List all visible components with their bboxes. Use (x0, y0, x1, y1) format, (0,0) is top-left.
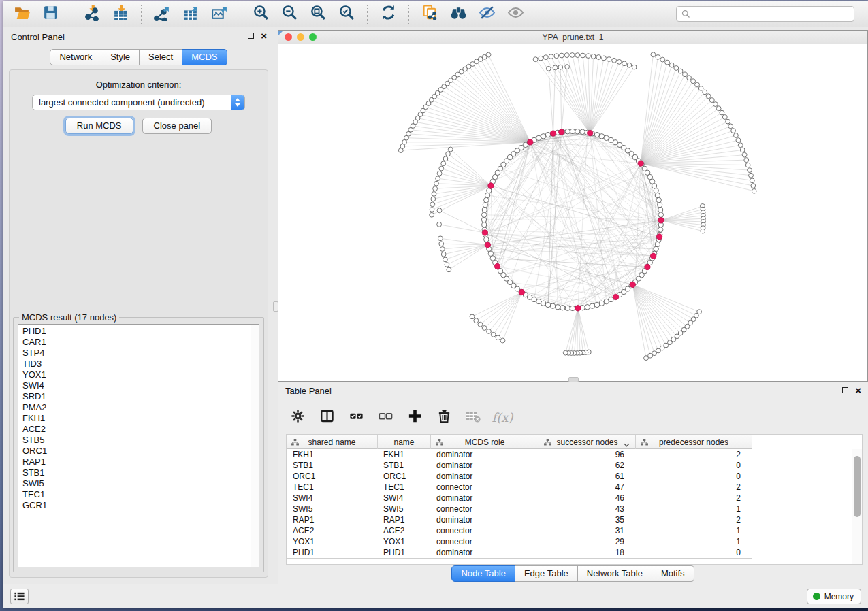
criterion-dropdown[interactable]: largest connected component (undirected) (32, 95, 245, 110)
mcds-result-node[interactable]: TEC1 (18, 489, 259, 500)
mcds-result-node[interactable]: ORC1 (18, 446, 259, 457)
horizontal-splitter-handle[interactable] (568, 377, 579, 382)
zoom-fit-button[interactable] (307, 4, 329, 24)
mcds-result-list[interactable]: PHD1CAR1STP4TID3YOX1SWI4SRD1PMA2FKH1ACE2… (18, 324, 259, 567)
table-cell: 0 (635, 460, 752, 471)
table-cell: 62 (539, 460, 635, 471)
save-session-button[interactable] (39, 4, 61, 24)
column-header-successor-nodes[interactable]: successor nodes (539, 435, 635, 449)
mcds-result-node[interactable]: RAP1 (18, 457, 259, 467)
network-canvas[interactable] (278, 44, 867, 381)
import-network-button[interactable] (81, 4, 103, 24)
apply-layout-button[interactable] (377, 4, 399, 24)
mcds-result-node[interactable]: YOX1 (18, 369, 259, 380)
mcds-result-node[interactable]: GCR1 (18, 500, 259, 511)
mcds-result-node[interactable]: PHD1 (18, 326, 259, 337)
column-header-shared-name[interactable]: shared name (287, 435, 377, 449)
close-panel-button[interactable]: Close panel (142, 118, 212, 134)
table-cell: PHD1 (287, 547, 377, 558)
table-row[interactable]: STB1STB1dominator620 (287, 460, 852, 471)
table-row[interactable]: PHD1PHD1dominator180 (287, 547, 852, 558)
zoom-in-button[interactable] (250, 4, 272, 24)
application-window: Control Panel × NetworkStyleSelectMCDS O… (3, 1, 868, 608)
float-table-panel-icon[interactable] (842, 387, 848, 393)
table-cell: SWI5 (287, 503, 377, 514)
float-panel-icon[interactable] (248, 33, 254, 39)
search-icon (681, 9, 691, 19)
mcds-result-node[interactable]: SWI5 (18, 478, 259, 489)
tab-select[interactable]: Select (140, 49, 182, 65)
column-header-name[interactable]: name (377, 435, 430, 449)
close-panel-icon[interactable]: × (261, 32, 267, 39)
table-cell: YOX1 (377, 536, 430, 547)
mcds-result-node[interactable]: TID3 (18, 359, 259, 369)
table-cell: dominator (430, 449, 539, 460)
column-layout-button[interactable] (315, 406, 338, 428)
mcds-result-node[interactable]: PMA2 (18, 402, 259, 413)
delete-column-button[interactable] (432, 406, 455, 428)
table-cell: 2 (635, 482, 752, 493)
result-list-scrollbar[interactable] (251, 325, 259, 567)
tab-motifs[interactable]: Motifs (652, 565, 694, 582)
copy-network-button[interactable] (419, 4, 440, 24)
column-header-label: successor nodes (556, 437, 617, 447)
hide-selected-button[interactable] (476, 4, 498, 24)
mcds-result-node[interactable]: STB1 (18, 467, 259, 478)
task-history-button[interactable] (10, 589, 29, 604)
table-row[interactable]: ACE2ACE2connector311 (287, 525, 852, 536)
open-session-button[interactable] (11, 4, 33, 24)
table-row[interactable]: TEC1TEC1connector472 (287, 482, 852, 493)
zoom-out-button[interactable] (278, 4, 300, 24)
table-row[interactable]: ORC1ORC1dominator610 (287, 471, 852, 482)
tab-network-table[interactable]: Network Table (578, 565, 652, 582)
table-cell: connector (430, 536, 539, 547)
add-column-button[interactable] (403, 406, 426, 428)
sort-descending-icon (624, 440, 630, 449)
select-all-button[interactable] (344, 406, 368, 428)
export-network-button[interactable] (151, 4, 173, 24)
first-neighbors-button[interactable] (447, 4, 469, 24)
mcds-result-node[interactable]: CAR1 (18, 337, 259, 348)
mcds-result-node[interactable]: SWI4 (18, 380, 259, 391)
table-row[interactable]: SWI5SWI5connector431 (287, 503, 852, 514)
close-table-panel-icon[interactable]: × (855, 386, 861, 394)
table-scrollbar[interactable] (852, 449, 862, 564)
import-table-button[interactable] (110, 4, 131, 24)
control-panel: Control Panel × NetworkStyleSelectMCDS O… (3, 27, 274, 584)
mcds-result-node[interactable]: STP4 (18, 348, 259, 359)
table-row[interactable]: SWI4SWI4dominator462 (287, 493, 852, 503)
memory-button-label: Memory (824, 592, 854, 601)
table-cell: YOX1 (287, 536, 377, 547)
export-image-button[interactable] (208, 4, 230, 24)
column-header-MCDS-role[interactable]: MCDS role (430, 435, 539, 449)
tab-mcds[interactable]: MCDS (182, 49, 227, 65)
tab-edge-table[interactable]: Edge Table (515, 565, 578, 582)
tab-style[interactable]: Style (101, 49, 140, 65)
optimization-criterion-label: Optimization criterion: (10, 80, 268, 90)
run-mcds-button[interactable]: Run MCDS (65, 118, 133, 134)
select-all-icon (349, 408, 364, 427)
table-panel-header: Table Panel × (278, 382, 868, 400)
delete-table-icon (466, 408, 481, 427)
tab-network[interactable]: Network (50, 49, 101, 65)
table-row[interactable]: FKH1FKH1dominator962 (287, 449, 852, 460)
column-header-predecessor-nodes[interactable]: predecessor nodes (635, 435, 752, 449)
table-row[interactable]: YOX1YOX1connector291 (287, 536, 852, 547)
settings-gear-button[interactable] (286, 406, 309, 428)
mcds-result-node[interactable]: FKH1 (18, 413, 259, 424)
tab-node-table[interactable]: Node Table (451, 565, 515, 582)
mcds-result-node[interactable]: SRD1 (18, 391, 259, 402)
attribute-icon (436, 438, 443, 448)
memory-button[interactable]: Memory (807, 589, 861, 604)
search-input[interactable] (676, 6, 854, 22)
table-scrollbar-thumb[interactable] (854, 456, 861, 517)
zoom-fit-icon (310, 4, 327, 24)
table-cell: 0 (635, 547, 752, 558)
table-row[interactable]: RAP1RAP1dominator352 (287, 514, 852, 525)
export-table-button[interactable] (180, 4, 202, 24)
zoom-selected-button[interactable] (336, 4, 357, 24)
mcds-result-node[interactable]: STB5 (18, 435, 259, 446)
deselect-all-button[interactable] (374, 406, 397, 428)
network-window-titlebar[interactable]: YPA_prune.txt_1 (278, 31, 867, 44)
mcds-result-node[interactable]: ACE2 (18, 424, 259, 435)
